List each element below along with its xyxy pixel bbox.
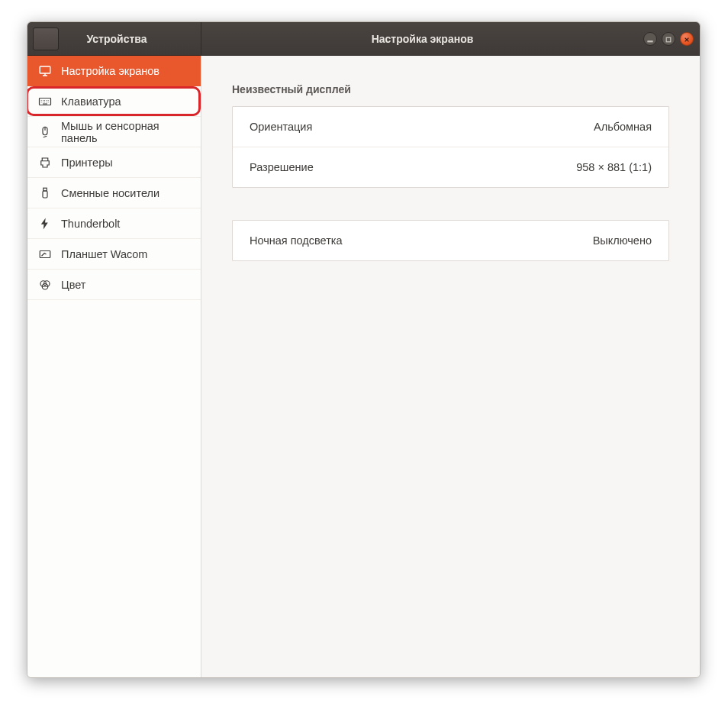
sidebar-item-label: Thunderbolt — [61, 218, 120, 230]
sidebar-item-wacom[interactable]: Планшет Wacom — [27, 239, 201, 270]
nightlight-group: Ночная подсветка Выключено — [232, 220, 669, 261]
resolution-label: Разрешение — [250, 161, 314, 173]
minimize-icon — [647, 32, 653, 46]
resolution-row[interactable]: Разрешение 958 × 881 (1:1) — [233, 147, 668, 187]
display-settings-group: Ориентация Альбомная Разрешение 958 × 88… — [232, 106, 669, 188]
settings-window: Устройства Настройка экранов Настройка э… — [27, 21, 701, 678]
close-icon — [684, 32, 690, 46]
sidebar-item-keyboard[interactable]: Клавиатура — [27, 86, 201, 117]
sidebar-item-mouse[interactable]: Мышь и сенсорная панель — [27, 117, 201, 147]
resolution-value: 958 × 881 (1:1) — [576, 161, 652, 173]
usb-icon — [38, 186, 52, 200]
maximize-icon — [665, 32, 672, 46]
sidebar: Настройка экранов Клавиатура Мышь и сенс… — [27, 56, 201, 677]
back-button[interactable] — [33, 27, 59, 50]
sidebar-item-label: Цвет — [61, 279, 86, 291]
page-title: Настройка экранов — [201, 22, 643, 55]
sidebar-item-thunderbolt[interactable]: Thunderbolt — [27, 208, 201, 239]
sidebar-item-displays[interactable]: Настройка экранов — [27, 56, 201, 86]
color-icon — [38, 278, 52, 292]
sidebar-item-color[interactable]: Цвет — [27, 270, 201, 300]
sidebar-item-label: Клавиатура — [61, 95, 121, 108]
sidebar-item-label: Принтеры — [61, 157, 113, 169]
sidebar-item-label: Настройка экранов — [61, 65, 159, 77]
tablet-icon — [38, 247, 52, 261]
header-bar: Устройства Настройка экранов — [27, 22, 700, 56]
orientation-value: Альбомная — [594, 121, 652, 133]
close-button[interactable] — [680, 32, 694, 46]
nightlight-row[interactable]: Ночная подсветка Выключено — [233, 221, 668, 260]
maximize-button[interactable] — [662, 32, 675, 46]
printer-icon — [38, 156, 52, 170]
svg-rect-0 — [648, 40, 652, 41]
content-area: Неизвестный дисплей Ориентация Альбомная… — [201, 56, 700, 677]
svg-rect-6 — [43, 191, 47, 198]
svg-rect-7 — [40, 250, 50, 257]
sidebar-item-removable[interactable]: Сменные носители — [27, 178, 201, 208]
display-name-heading: Неизвестный дисплей — [232, 83, 669, 95]
mouse-icon — [38, 125, 52, 139]
orientation-row[interactable]: Ориентация Альбомная — [233, 107, 668, 147]
thunderbolt-icon — [38, 217, 52, 231]
window-controls — [643, 22, 700, 55]
monitor-icon — [38, 64, 52, 78]
chevron-left-icon — [41, 32, 50, 46]
svg-rect-1 — [666, 37, 671, 42]
keyboard-icon — [38, 95, 52, 108]
sidebar-item-label: Планшет Wacom — [61, 248, 147, 260]
nightlight-value: Выключено — [593, 234, 652, 247]
header-category: Устройства — [59, 33, 201, 45]
orientation-label: Ориентация — [250, 121, 312, 133]
header-left: Устройства — [27, 22, 201, 55]
sidebar-item-printers[interactable]: Принтеры — [27, 147, 201, 178]
sidebar-item-label: Сменные носители — [61, 187, 159, 199]
minimize-button[interactable] — [643, 32, 657, 46]
body: Настройка экранов Клавиатура Мышь и сенс… — [27, 56, 700, 677]
svg-rect-2 — [40, 66, 50, 73]
sidebar-item-label: Мышь и сенсорная панель — [61, 120, 190, 144]
nightlight-label: Ночная подсветка — [250, 234, 343, 247]
